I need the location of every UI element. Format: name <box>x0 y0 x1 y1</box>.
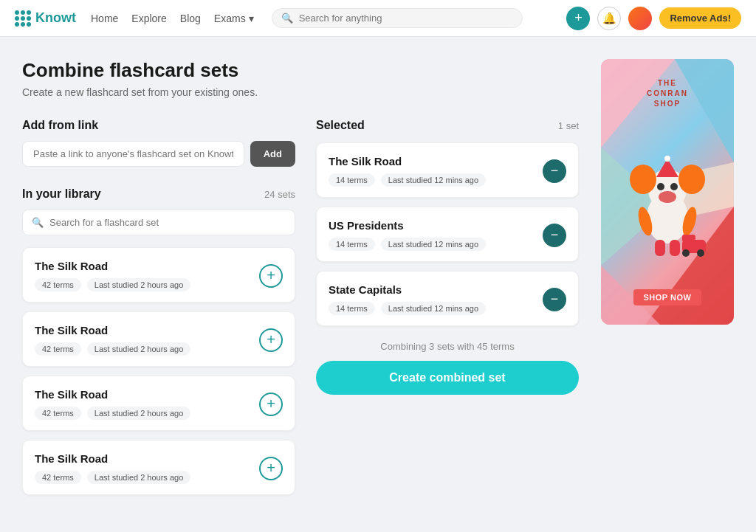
logo-dots <box>15 10 31 27</box>
page-subtitle: Create a new flashcard set from your exi… <box>22 86 579 98</box>
last-studied-badge: Last studied 12 mins ago <box>381 238 486 251</box>
nav-search-container: 🔍 <box>272 8 523 28</box>
avatar-button[interactable] <box>628 7 652 30</box>
logo-text: Knowt <box>35 10 76 26</box>
library-search-icon: 🔍 <box>32 217 44 228</box>
last-studied-badge: Last studied 2 hours ago <box>87 471 190 484</box>
ad-title-line3: SHOP <box>647 99 688 109</box>
left-column: Add from link Add In your library 24 set… <box>22 119 295 495</box>
flashcard-title: The Silk Road <box>35 324 190 336</box>
ad-title-line2: CONRAN <box>647 89 688 99</box>
ad-box: THE CONRAN SHOP <box>601 59 734 325</box>
search-icon: 🔍 <box>281 13 293 24</box>
terms-badge: 42 terms <box>35 471 81 484</box>
library-count: 24 sets <box>264 189 295 200</box>
ad-title-block: THE CONRAN SHOP <box>647 78 688 109</box>
add-from-link-header: Add from link <box>22 119 295 132</box>
create-combined-button[interactable]: Create combined set <box>316 361 579 395</box>
logo[interactable]: Knowt <box>15 10 76 27</box>
remove-set-button[interactable]: − <box>543 224 566 247</box>
library-header: In your library 24 sets <box>22 187 295 201</box>
remove-ads-button[interactable]: Remove Ads! <box>659 7 741 29</box>
selected-header: Selected 1 set <box>316 119 579 132</box>
selected-item: US Presidents 14 terms Last studied 12 m… <box>316 207 579 262</box>
add-set-button[interactable]: + <box>259 457 283 480</box>
svg-point-14 <box>664 156 670 162</box>
terms-badge: 42 terms <box>35 278 81 291</box>
flashcard-title: The Silk Road <box>35 260 190 272</box>
svg-point-8 <box>630 165 656 194</box>
ad-sidebar: THE CONRAN SHOP <box>601 59 734 495</box>
selected-item-title: The Silk Road <box>329 155 486 167</box>
add-link-button[interactable]: Add <box>250 141 295 167</box>
chevron-down-icon: ▾ <box>249 13 254 24</box>
link-input[interactable] <box>22 141 244 167</box>
notifications-button[interactable]: 🔔 <box>597 7 621 30</box>
terms-badge: 42 terms <box>35 342 81 356</box>
svg-point-21 <box>697 249 704 257</box>
remove-set-button[interactable]: − <box>543 288 566 311</box>
nav-links: Home Explore Blog Exams ▾ <box>91 12 254 25</box>
remove-set-button[interactable]: − <box>543 159 566 183</box>
selected-list: The Silk Road 14 terms Last studied 12 m… <box>316 142 579 326</box>
ad-background: THE CONRAN SHOP <box>601 59 734 325</box>
selected-item: State Capitals 14 terms Last studied 12 … <box>316 271 579 326</box>
selected-item-title: State Capitals <box>329 283 486 296</box>
nav-search-input[interactable] <box>299 13 513 24</box>
ad-title-line1: THE <box>647 78 688 89</box>
last-studied-badge: Last studied 12 mins ago <box>381 302 486 315</box>
add-set-button[interactable]: + <box>259 264 283 288</box>
add-from-link-title: Add from link <box>22 119 98 132</box>
navbar: Knowt Home Explore Blog Exams ▾ 🔍 + 🔔 Re… <box>0 0 756 37</box>
add-set-button[interactable]: + <box>259 393 283 416</box>
nav-blog[interactable]: Blog <box>180 13 201 24</box>
right-column: Selected 1 set The Silk Road 14 terms La… <box>316 119 579 395</box>
svg-point-11 <box>657 183 664 190</box>
nav-exams[interactable]: Exams ▾ <box>214 13 254 24</box>
add-set-button[interactable]: + <box>259 328 283 352</box>
terms-badge: 14 terms <box>329 238 375 251</box>
main-content: Combine flashcard sets Create a new flas… <box>22 59 579 495</box>
terms-badge: 14 terms <box>329 302 375 315</box>
library-item: The Silk Road 42 terms Last studied 2 ho… <box>22 247 295 303</box>
library-search-input[interactable] <box>49 217 286 228</box>
add-link-row: Add <box>22 141 295 167</box>
svg-point-9 <box>678 165 705 194</box>
svg-rect-18 <box>670 240 680 256</box>
combining-text: Combining 3 sets with 45 terms <box>316 341 579 352</box>
page-wrapper: Combine flashcard sets Create a new flas… <box>0 37 756 517</box>
svg-point-20 <box>682 249 690 257</box>
flashcard-title: The Silk Road <box>35 452 190 465</box>
flashcard-title: The Silk Road <box>35 388 190 401</box>
svg-point-10 <box>659 191 676 203</box>
last-studied-badge: Last studied 2 hours ago <box>87 407 190 420</box>
library-card-list: The Silk Road 42 terms Last studied 2 ho… <box>22 247 295 495</box>
selected-item: The Silk Road 14 terms Last studied 12 m… <box>316 142 579 198</box>
selected-title: Selected <box>316 119 365 132</box>
last-studied-badge: Last studied 2 hours ago <box>87 278 190 291</box>
add-button[interactable]: + <box>566 7 590 30</box>
terms-badge: 14 terms <box>329 173 375 187</box>
selected-count: 1 set <box>558 120 579 131</box>
selected-item-title: US Presidents <box>329 219 486 232</box>
svg-point-12 <box>670 183 678 190</box>
library-item: The Silk Road 42 terms Last studied 2 ho… <box>22 440 295 495</box>
library-item: The Silk Road 42 terms Last studied 2 ho… <box>22 376 295 431</box>
last-studied-badge: Last studied 12 mins ago <box>381 173 486 187</box>
library-search-container: 🔍 <box>22 210 295 235</box>
last-studied-badge: Last studied 2 hours ago <box>87 342 190 356</box>
ad-figure-svg <box>627 137 708 262</box>
library-item: The Silk Road 42 terms Last studied 2 ho… <box>22 311 295 367</box>
ad-shop-now-button[interactable]: shop now <box>633 289 702 305</box>
nav-home[interactable]: Home <box>91 13 118 24</box>
library-title: In your library <box>22 187 101 201</box>
nav-right-actions: + 🔔 Remove Ads! <box>566 7 741 30</box>
nav-explore[interactable]: Explore <box>131 13 166 24</box>
svg-rect-22 <box>682 235 695 242</box>
two-col-layout: Add from link Add In your library 24 set… <box>22 119 579 495</box>
page-title: Combine flashcard sets <box>22 59 579 82</box>
terms-badge: 42 terms <box>35 407 81 420</box>
svg-rect-17 <box>655 240 665 256</box>
